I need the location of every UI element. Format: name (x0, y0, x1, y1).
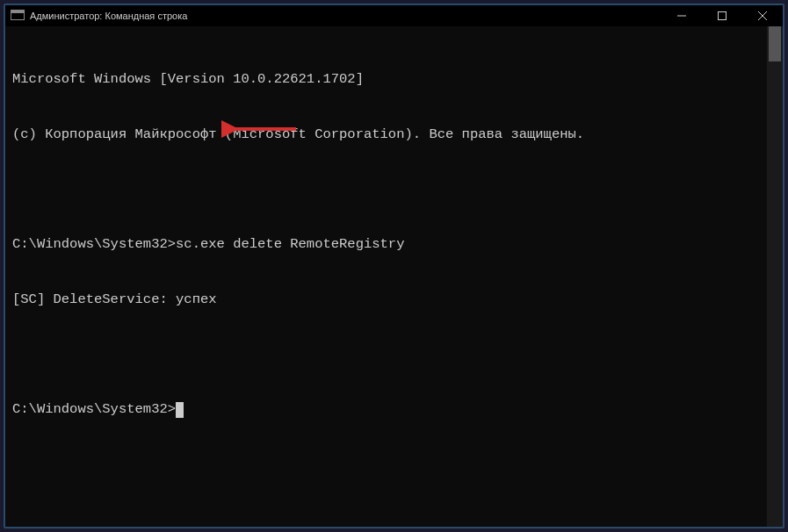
blank-line (12, 180, 779, 198)
terminal-content: Microsoft Windows [Version 10.0.22621.17… (12, 33, 779, 520)
window-title: Администратор: Командная строка (30, 11, 187, 21)
prompt-prefix: C:\Windows\System32> (12, 400, 176, 419)
prompt-prefix: C:\Windows\System32> (12, 236, 176, 252)
scrollbar[interactable] (767, 26, 783, 527)
command-text: sc.exe delete RemoteRegistry (176, 236, 404, 252)
output-version: Microsoft Windows [Version 10.0.22621.17… (12, 70, 779, 89)
maximize-button[interactable] (702, 5, 742, 26)
output-result: [SC] DeleteService: успех (12, 291, 779, 309)
titlebar[interactable]: Администратор: Командная строка (5, 5, 783, 26)
text-cursor (176, 402, 184, 418)
minimize-button[interactable] (661, 5, 702, 26)
titlebar-left: Администратор: Командная строка (11, 10, 187, 22)
blank-line (12, 346, 779, 364)
svg-rect-1 (719, 12, 727, 20)
command-line-1: C:\Windows\System32>sc.exe delete Remote… (12, 235, 779, 254)
scrollbar-thumb[interactable] (769, 26, 781, 61)
command-line-2: C:\Windows\System32> (12, 400, 779, 419)
command-prompt-window: Администратор: Командная строка Microsof… (4, 4, 784, 528)
cmd-icon (11, 10, 25, 22)
terminal-body[interactable]: Microsoft Windows [Version 10.0.22621.17… (5, 26, 783, 527)
window-controls (661, 5, 783, 26)
close-button[interactable] (742, 5, 783, 26)
output-copyright: (c) Корпорация Майкрософт (Microsoft Cor… (12, 126, 779, 144)
